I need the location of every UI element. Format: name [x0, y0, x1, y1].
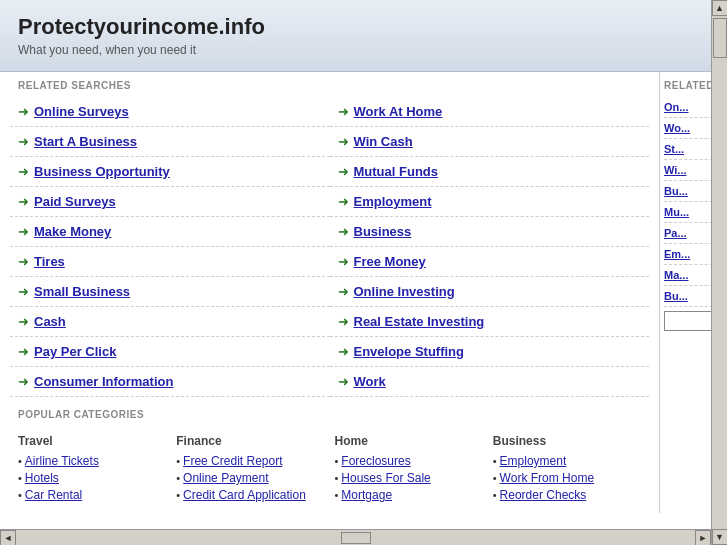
vertical-scrollbar[interactable]: ▲ ▼	[711, 0, 727, 513]
popular-link-0-2[interactable]: Car Rental	[25, 488, 82, 502]
popular-col-2: HomeForeclosuresHouses For SaleMortgage	[335, 434, 483, 503]
left-link-8[interactable]: Pay Per Click	[34, 344, 116, 359]
popular-list-item-3-0: Employment	[493, 452, 641, 469]
popular-link-0-0[interactable]: Airline Tickets	[25, 454, 99, 468]
arrow-icon: ➜	[18, 194, 29, 209]
arrow-icon: ➜	[18, 254, 29, 269]
arrow-icon: ➜	[18, 134, 29, 149]
popular-link-3-2[interactable]: Reorder Checks	[500, 488, 587, 502]
right-link-4[interactable]: Business	[354, 224, 412, 239]
popular-list-item-3-2: Reorder Checks	[493, 486, 641, 503]
popular-categories-section: POPULAR CATEGORIES TravelAirline Tickets…	[0, 397, 659, 503]
arrow-icon: ➜	[18, 314, 29, 329]
link-cell-left-3: ➜Paid Surveys	[10, 187, 330, 217]
arrow-icon: ➜	[338, 254, 349, 269]
arrow-icon: ➜	[18, 344, 29, 359]
link-cell-left-9: ➜Consumer Information	[10, 367, 330, 397]
link-cell-left-1: ➜Start A Business	[10, 127, 330, 157]
arrow-icon: ➜	[18, 284, 29, 299]
popular-link-1-2[interactable]: Credit Card Application	[183, 488, 306, 502]
arrow-icon: ➜	[18, 224, 29, 239]
link-cell-right-8: ➜Envelope Stuffing	[330, 337, 650, 367]
right-link-9[interactable]: Work	[354, 374, 386, 389]
popular-list-item-1-1: Online Payment	[176, 469, 324, 486]
popular-list-item-0-0: Airline Tickets	[18, 452, 166, 469]
arrow-icon: ➜	[18, 164, 29, 179]
right-link-3[interactable]: Employment	[354, 194, 432, 209]
left-link-1[interactable]: Start A Business	[34, 134, 137, 149]
right-link-6[interactable]: Online Investing	[354, 284, 455, 299]
link-cell-left-4: ➜Make Money	[10, 217, 330, 247]
left-link-6[interactable]: Small Business	[34, 284, 130, 299]
left-link-9[interactable]: Consumer Information	[34, 374, 173, 389]
link-cell-left-8: ➜Pay Per Click	[10, 337, 330, 367]
link-cell-right-3: ➜Employment	[330, 187, 650, 217]
arrow-icon: ➜	[18, 374, 29, 389]
link-cell-right-7: ➜Real Estate Investing	[330, 307, 650, 337]
right-link-2[interactable]: Mutual Funds	[354, 164, 439, 179]
left-link-7[interactable]: Cash	[34, 314, 66, 329]
related-searches-label: RELATED SEARCHES	[0, 72, 659, 97]
popular-link-2-2[interactable]: Mortgage	[341, 488, 392, 502]
scroll-thumb[interactable]	[713, 18, 727, 58]
arrow-icon: ➜	[338, 134, 349, 149]
popular-link-1-1[interactable]: Online Payment	[183, 471, 268, 485]
right-link-5[interactable]: Free Money	[354, 254, 426, 269]
arrow-icon: ➜	[338, 284, 349, 299]
popular-link-2-0[interactable]: Foreclosures	[341, 454, 410, 468]
popular-categories-label: POPULAR CATEGORIES	[18, 409, 641, 426]
arrow-icon: ➜	[338, 314, 349, 329]
arrow-icon: ➜	[338, 224, 349, 239]
popular-link-0-1[interactable]: Hotels	[25, 471, 59, 485]
links-grid: ➜Online Surveys➜Work At Home➜Start A Bus…	[0, 97, 659, 397]
link-cell-right-6: ➜Online Investing	[330, 277, 650, 307]
link-cell-right-1: ➜Win Cash	[330, 127, 650, 157]
popular-list-item-0-1: Hotels	[18, 469, 166, 486]
popular-link-3-0[interactable]: Employment	[500, 454, 567, 468]
link-cell-right-0: ➜Work At Home	[330, 97, 650, 127]
popular-link-2-1[interactable]: Houses For Sale	[341, 471, 430, 485]
popular-col-1: FinanceFree Credit ReportOnline PaymentC…	[176, 434, 324, 503]
arrow-icon: ➜	[338, 104, 349, 119]
site-title: Protectyourincome.info	[18, 14, 709, 40]
right-link-7[interactable]: Real Estate Investing	[354, 314, 485, 329]
popular-grid: TravelAirline TicketsHotelsCar RentalFin…	[18, 434, 641, 503]
popular-list-item-3-1: Work From Home	[493, 469, 641, 486]
popular-list-item-2-2: Mortgage	[335, 486, 483, 503]
popular-col-heading-0: Travel	[18, 434, 166, 448]
link-cell-right-9: ➜Work	[330, 367, 650, 397]
site-subtitle: What you need, when you need it	[18, 43, 709, 57]
arrow-icon: ➜	[18, 104, 29, 119]
arrow-icon: ➜	[338, 164, 349, 179]
popular-link-1-0[interactable]: Free Credit Report	[183, 454, 282, 468]
page-header: Protectyourincome.info What you need, wh…	[0, 0, 727, 72]
popular-list-item-0-2: Car Rental	[18, 486, 166, 503]
popular-link-3-1[interactable]: Work From Home	[500, 471, 594, 485]
right-link-0[interactable]: Work At Home	[354, 104, 443, 119]
link-cell-right-4: ➜Business	[330, 217, 650, 247]
scroll-up-button[interactable]: ▲	[712, 0, 728, 16]
left-link-5[interactable]: Tires	[34, 254, 65, 269]
left-link-0[interactable]: Online Surveys	[34, 104, 129, 119]
arrow-icon: ➜	[338, 344, 349, 359]
popular-list-item-1-2: Credit Card Application	[176, 486, 324, 503]
link-cell-right-2: ➜Mutual Funds	[330, 157, 650, 187]
popular-list-item-2-0: Foreclosures	[335, 452, 483, 469]
left-link-2[interactable]: Business Opportunity	[34, 164, 170, 179]
left-link-4[interactable]: Make Money	[34, 224, 111, 239]
left-link-3[interactable]: Paid Surveys	[34, 194, 116, 209]
link-cell-left-6: ➜Small Business	[10, 277, 330, 307]
right-link-1[interactable]: Win Cash	[354, 134, 413, 149]
popular-list-item-1-0: Free Credit Report	[176, 452, 324, 469]
arrow-icon: ➜	[338, 194, 349, 209]
link-cell-right-5: ➜Free Money	[330, 247, 650, 277]
popular-col-heading-1: Finance	[176, 434, 324, 448]
popular-col-heading-3: Business	[493, 434, 641, 448]
popular-col-3: BusinessEmploymentWork From HomeReorder …	[493, 434, 641, 503]
popular-list-item-2-1: Houses For Sale	[335, 469, 483, 486]
popular-col-heading-2: Home	[335, 434, 483, 448]
right-link-8[interactable]: Envelope Stuffing	[354, 344, 465, 359]
popular-col-0: TravelAirline TicketsHotelsCar Rental	[18, 434, 166, 503]
link-cell-left-7: ➜Cash	[10, 307, 330, 337]
link-cell-left-5: ➜Tires	[10, 247, 330, 277]
